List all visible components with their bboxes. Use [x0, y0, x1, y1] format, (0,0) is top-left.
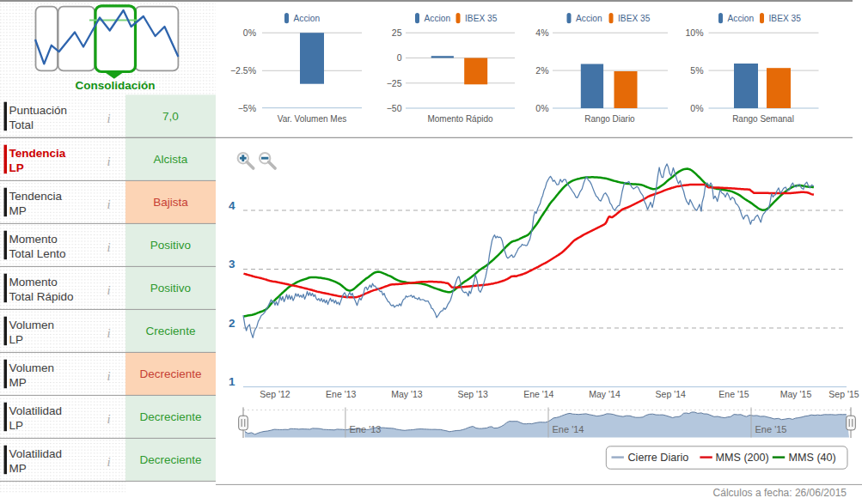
svg-text:Tendencia: Tendencia [9, 147, 66, 160]
svg-text:i: i [107, 412, 111, 426]
svg-text:0: 0 [397, 52, 402, 63]
svg-text:Volumen: Volumen [9, 319, 55, 331]
svg-text:Sep '14: Sep '14 [656, 389, 686, 399]
svg-text:Ene '14: Ene '14 [523, 389, 553, 399]
svg-text:0%: 0% [690, 103, 703, 113]
svg-text:Momento: Momento [9, 233, 58, 246]
svg-text:0%: 0% [535, 103, 548, 113]
svg-text:4%: 4% [535, 27, 548, 38]
svg-text:Tendencia: Tendencia [9, 190, 63, 203]
svg-text:4: 4 [229, 199, 235, 212]
svg-text:LP: LP [9, 333, 24, 346]
svg-text:Total Lento: Total Lento [9, 247, 66, 260]
svg-text:Creciente: Creciente [146, 325, 196, 337]
svg-text:i: i [107, 369, 111, 383]
svg-text:Decreciente: Decreciente [139, 367, 201, 380]
svg-text:May '14: May '14 [589, 389, 621, 399]
svg-text:Ene '15: Ene '15 [718, 389, 749, 399]
svg-text:Momento: Momento [9, 276, 58, 288]
svg-text:10%: 10% [685, 27, 703, 38]
svg-text:Sep '15: Sep '15 [828, 389, 859, 399]
svg-text:Ene '14: Ene '14 [553, 424, 584, 434]
svg-text:Momento Rápido: Momento Rápido [427, 114, 493, 124]
svg-text:i: i [107, 112, 111, 125]
svg-text:−5%: −5% [238, 103, 256, 113]
svg-text:Volatilidad: Volatilidad [9, 404, 63, 417]
svg-text:MMS (200): MMS (200) [716, 452, 769, 464]
svg-text:MP: MP [9, 204, 27, 217]
svg-text:Volatilidad: Volatilidad [9, 447, 63, 460]
svg-text:Volumen: Volumen [9, 361, 55, 374]
svg-text:Alcista: Alcista [154, 153, 188, 166]
svg-text:MP: MP [9, 462, 27, 475]
svg-text:Decreciente: Decreciente [139, 453, 201, 466]
svg-text:Cálculos a fecha: 26/06/2015: Cálculos a fecha: 26/06/2015 [713, 487, 847, 499]
svg-text:Rango Semanal: Rango Semanal [732, 114, 794, 124]
svg-text:Accion: Accion [576, 14, 602, 23]
svg-text:May '13: May '13 [391, 389, 423, 399]
svg-text:Cierre Diario: Cierre Diario [628, 452, 689, 464]
svg-text:7,0: 7,0 [162, 110, 179, 123]
svg-text:Accion: Accion [294, 14, 321, 23]
svg-text:−50: −50 [387, 103, 402, 113]
svg-text:i: i [107, 283, 111, 297]
svg-text:i: i [107, 155, 111, 168]
svg-text:LP: LP [9, 419, 24, 432]
svg-text:Positivo: Positivo [150, 239, 191, 252]
svg-text:−2.5%: −2.5% [230, 65, 256, 76]
svg-text:Puntuación: Puntuación [9, 104, 68, 117]
svg-text:Sep '13: Sep '13 [457, 389, 487, 399]
svg-text:0%: 0% [243, 27, 256, 38]
svg-text:Ene '13: Ene '13 [326, 389, 356, 399]
svg-text:2: 2 [229, 317, 235, 330]
svg-text:Ene '15: Ene '15 [755, 424, 787, 434]
svg-text:i: i [107, 455, 111, 469]
svg-text:2%: 2% [535, 65, 548, 76]
svg-text:Accion: Accion [728, 14, 755, 23]
svg-text:1: 1 [229, 375, 235, 388]
svg-text:i: i [107, 326, 111, 340]
svg-text:Ene '13: Ene '13 [350, 424, 382, 434]
svg-text:IBEX 35: IBEX 35 [465, 14, 498, 23]
svg-text:Positivo: Positivo [150, 282, 191, 295]
svg-text:Decreciente: Decreciente [139, 410, 201, 423]
svg-text:IBEX 35: IBEX 35 [618, 14, 651, 23]
svg-text:5%: 5% [690, 65, 703, 76]
svg-text:Bajista: Bajista [153, 196, 188, 209]
svg-text:Consolidación: Consolidación [75, 79, 155, 92]
svg-text:Rango Diario: Rango Diario [584, 114, 635, 124]
svg-text:Var. Volumen Mes: Var. Volumen Mes [278, 114, 346, 124]
svg-text:i: i [107, 240, 111, 254]
svg-text:Total: Total [9, 118, 34, 131]
svg-text:IBEX 35: IBEX 35 [769, 14, 802, 23]
svg-text:Total Rápido: Total Rápido [9, 290, 74, 303]
svg-text:i: i [107, 197, 111, 211]
svg-text:Accion: Accion [425, 14, 451, 23]
svg-text:May '15: May '15 [780, 389, 812, 399]
svg-text:3: 3 [229, 258, 235, 270]
svg-text:Sep '12: Sep '12 [260, 389, 290, 399]
svg-text:MMS (40): MMS (40) [789, 452, 836, 464]
svg-text:MP: MP [9, 376, 27, 389]
svg-text:LP: LP [9, 161, 24, 174]
svg-text:−25: −25 [387, 78, 402, 88]
svg-text:25: 25 [392, 27, 402, 38]
